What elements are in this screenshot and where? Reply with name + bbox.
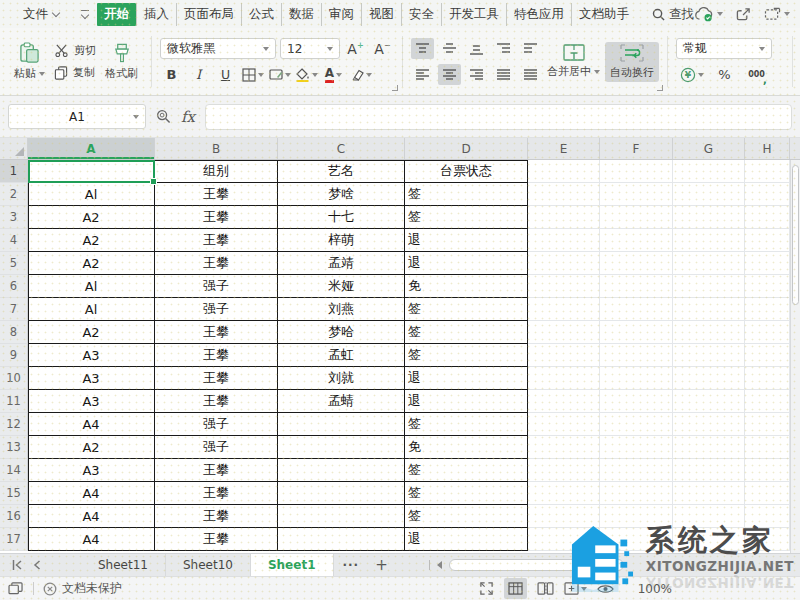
- cell-G3[interactable]: [673, 206, 745, 229]
- cell-G12[interactable]: [673, 413, 745, 436]
- cell-F8[interactable]: [600, 321, 673, 344]
- formula-input[interactable]: [205, 104, 792, 130]
- cell-H5[interactable]: [745, 252, 790, 275]
- cell-D16[interactable]: 签: [405, 505, 528, 528]
- page-break-view-icon[interactable]: [537, 582, 554, 595]
- macro-record-icon[interactable]: [8, 582, 24, 595]
- cell-C16[interactable]: [278, 505, 405, 528]
- cell-H1[interactable]: [745, 160, 790, 183]
- cell-E10[interactable]: [528, 367, 600, 390]
- fill-color-button[interactable]: [295, 64, 318, 85]
- bold-button[interactable]: B: [160, 64, 183, 85]
- add-sheet-button[interactable]: +: [368, 556, 395, 574]
- cell-F13[interactable]: [600, 436, 673, 459]
- cell-A16[interactable]: A4: [28, 505, 155, 528]
- wrap-text-button[interactable]: 自动换行: [605, 42, 659, 82]
- row-header-6[interactable]: 6: [0, 275, 28, 298]
- insert-function-button[interactable]: fx: [181, 108, 195, 126]
- cell-D8[interactable]: 签: [405, 321, 528, 344]
- row-header-1[interactable]: 1: [0, 160, 28, 183]
- cell-F9[interactable]: [600, 344, 673, 367]
- sheet-tab-sheet1[interactable]: Sheet1: [251, 554, 334, 577]
- quick-access-toggle-icon[interactable]: [81, 10, 89, 19]
- copy-button[interactable]: 复制: [54, 65, 96, 80]
- cell-B6[interactable]: 强子: [155, 275, 278, 298]
- cell-F12[interactable]: [600, 413, 673, 436]
- file-menu[interactable]: 文件: [19, 6, 63, 23]
- row-header-13[interactable]: 13: [0, 436, 28, 459]
- column-header-H[interactable]: H: [745, 138, 790, 159]
- cell-A5[interactable]: A2: [28, 252, 155, 275]
- paste-button[interactable]: 粘贴: [9, 40, 50, 83]
- fullscreen-icon[interactable]: [479, 581, 494, 596]
- cell-B2[interactable]: 王攀: [155, 183, 278, 206]
- cell-C13[interactable]: [278, 436, 405, 459]
- screenshot-button[interactable]: [764, 7, 790, 21]
- cell-A4[interactable]: A2: [28, 229, 155, 252]
- underline-button[interactable]: U: [214, 64, 237, 85]
- menu-tab-3[interactable]: 页面布局: [176, 3, 241, 26]
- cell-E5[interactable]: [528, 252, 600, 275]
- font-name-select[interactable]: 微软雅黑: [160, 38, 276, 59]
- cell-G4[interactable]: [673, 229, 745, 252]
- cell-B8[interactable]: 王攀: [155, 321, 278, 344]
- align-right-button[interactable]: [465, 64, 488, 85]
- dialog-launcher-icon[interactable]: [657, 85, 663, 91]
- first-sheet-icon[interactable]: [12, 560, 23, 570]
- borders-button[interactable]: [241, 64, 264, 85]
- menu-tab-5[interactable]: 数据: [281, 3, 321, 26]
- cell-D14[interactable]: 签: [405, 459, 528, 482]
- menu-tab-1[interactable]: 开始: [97, 3, 136, 26]
- cell-D3[interactable]: 签: [405, 206, 528, 229]
- cell-C10[interactable]: 刘就: [278, 367, 405, 390]
- cell-H2[interactable]: [745, 183, 790, 206]
- italic-button[interactable]: I: [187, 64, 210, 85]
- cell-D11[interactable]: 退: [405, 390, 528, 413]
- align-center-button[interactable]: [438, 64, 461, 85]
- cell-G9[interactable]: [673, 344, 745, 367]
- cell-F10[interactable]: [600, 367, 673, 390]
- cell-A7[interactable]: Al: [28, 298, 155, 321]
- row-header-8[interactable]: 8: [0, 321, 28, 344]
- valign-bottom-button[interactable]: [465, 38, 488, 59]
- row-header-4[interactable]: 4: [0, 229, 28, 252]
- cell-H6[interactable]: [745, 275, 790, 298]
- row-header-11[interactable]: 11: [0, 390, 28, 413]
- cell-B3[interactable]: 王攀: [155, 206, 278, 229]
- cell-F4[interactable]: [600, 229, 673, 252]
- cell-A9[interactable]: A3: [28, 344, 155, 367]
- scroll-left-icon[interactable]: [437, 561, 442, 569]
- name-box[interactable]: A1: [8, 104, 146, 129]
- cell-D6[interactable]: 免: [405, 275, 528, 298]
- percent-format-button[interactable]: %: [713, 64, 736, 85]
- cell-E12[interactable]: [528, 413, 600, 436]
- cell-F1[interactable]: [600, 160, 673, 183]
- cell-H15[interactable]: [745, 482, 790, 505]
- menu-tab-8[interactable]: 安全: [401, 3, 441, 26]
- clear-format-button[interactable]: [349, 64, 372, 85]
- cell-H11[interactable]: [745, 390, 790, 413]
- cell-H7[interactable]: [745, 298, 790, 321]
- column-header-E[interactable]: E: [528, 138, 600, 159]
- cell-A1[interactable]: [28, 160, 155, 183]
- cell-E8[interactable]: [528, 321, 600, 344]
- cell-E6[interactable]: [528, 275, 600, 298]
- format-painter-button[interactable]: 格式刷: [100, 41, 143, 83]
- cell-E14[interactable]: [528, 459, 600, 482]
- cell-E7[interactable]: [528, 298, 600, 321]
- cell-C6[interactable]: 米娅: [278, 275, 405, 298]
- cell-B11[interactable]: 王攀: [155, 390, 278, 413]
- cell-B5[interactable]: 王攀: [155, 252, 278, 275]
- cell-G13[interactable]: [673, 436, 745, 459]
- cell-E3[interactable]: [528, 206, 600, 229]
- cell-A13[interactable]: A2: [28, 436, 155, 459]
- cell-E1[interactable]: [528, 160, 600, 183]
- menu-tab-6[interactable]: 审阅: [321, 3, 361, 26]
- number-format-select[interactable]: 常规: [676, 38, 772, 59]
- cell-D2[interactable]: 签: [405, 183, 528, 206]
- cell-F11[interactable]: [600, 390, 673, 413]
- vertical-scrollbar-thumb[interactable]: [792, 165, 799, 305]
- cell-F7[interactable]: [600, 298, 673, 321]
- row-header-9[interactable]: 9: [0, 344, 28, 367]
- menu-tab-10[interactable]: 特色应用: [506, 3, 571, 26]
